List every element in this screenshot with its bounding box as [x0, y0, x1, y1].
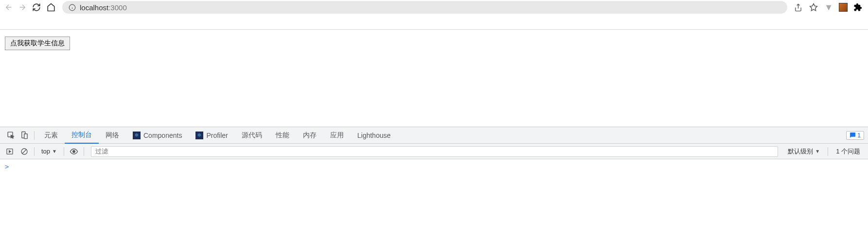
svg-rect-7 — [24, 134, 27, 139]
separator — [34, 147, 35, 156]
tab-lighthouse[interactable]: Lighthouse — [351, 127, 398, 144]
dropdown-triangle-icon: ▼ — [815, 149, 820, 154]
home-button[interactable] — [46, 2, 56, 13]
tab-network[interactable]: 网络 — [99, 127, 126, 144]
messages-badge[interactable]: 1 — [846, 131, 864, 140]
problems-count[interactable]: 1 个问题 — [832, 147, 864, 156]
context-selector[interactable]: top ▼ — [38, 148, 60, 155]
clear-console-icon[interactable] — [18, 146, 30, 157]
extensions-puzzle-icon[interactable] — [853, 3, 862, 12]
tab-elements[interactable]: 元素 — [37, 127, 65, 144]
tab-performance[interactable]: 性能 — [269, 127, 296, 144]
filter-input[interactable] — [91, 146, 778, 157]
svg-marker-9 — [9, 151, 11, 152]
share-icon[interactable] — [793, 2, 803, 12]
separator — [84, 147, 84, 156]
devtools-tabs: 元素 控制台 网络 ⚛ Components ⚛ Profiler 源代码 性能… — [0, 127, 868, 144]
dropdown-triangle-icon: ▼ — [52, 149, 57, 154]
tab-profiler[interactable]: ⚛ Profiler — [189, 127, 234, 144]
inspect-element-icon[interactable] — [4, 129, 18, 142]
chevron-down-icon[interactable]: ▼ — [824, 2, 833, 13]
tab-memory[interactable]: 内存 — [296, 127, 323, 144]
extension-icon-1[interactable] — [839, 3, 848, 12]
react-icon: ⚛ — [195, 132, 203, 139]
level-selector[interactable]: 默认级别 ▼ — [784, 147, 824, 156]
address-bar[interactable]: localhost:3000 — [62, 1, 787, 14]
bookmark-icon[interactable] — [809, 2, 818, 12]
tab-application[interactable]: 应用 — [323, 127, 351, 144]
separator — [64, 147, 64, 156]
tab-console[interactable]: 控制台 — [65, 127, 99, 144]
svg-marker-4 — [810, 4, 817, 11]
console-prompt-icon: > — [5, 163, 9, 170]
url-text: localhost:3000 — [80, 3, 127, 12]
reload-button[interactable] — [31, 2, 42, 13]
live-expression-icon[interactable] — [68, 146, 80, 157]
console-toolbar: top ▼ 默认级别 ▼ 1 个问题 — [0, 144, 868, 159]
console-body[interactable]: > — [0, 159, 868, 246]
tab-components[interactable]: ⚛ Components — [126, 127, 189, 144]
separator — [828, 147, 828, 156]
get-student-info-button[interactable]: 点我获取学生信息 — [5, 37, 70, 50]
devtools-panel: 元素 控制台 网络 ⚛ Components ⚛ Profiler 源代码 性能… — [0, 127, 868, 246]
separator — [34, 131, 35, 140]
toolbar-right: ▼ — [793, 2, 864, 13]
browser-toolbar: localhost:3000 ▼ — [0, 0, 868, 15]
svg-line-11 — [22, 150, 26, 153]
page-content: 点我获取学生信息 — [0, 29, 868, 127]
back-button[interactable] — [4, 2, 14, 12]
tab-sources[interactable]: 源代码 — [235, 127, 269, 144]
toggle-sidebar-icon[interactable] — [4, 146, 16, 157]
device-toolbar-icon[interactable] — [18, 129, 31, 142]
svg-point-12 — [73, 150, 75, 152]
forward-button[interactable] — [18, 2, 27, 12]
react-icon: ⚛ — [133, 132, 141, 139]
site-info-icon[interactable] — [68, 3, 76, 11]
